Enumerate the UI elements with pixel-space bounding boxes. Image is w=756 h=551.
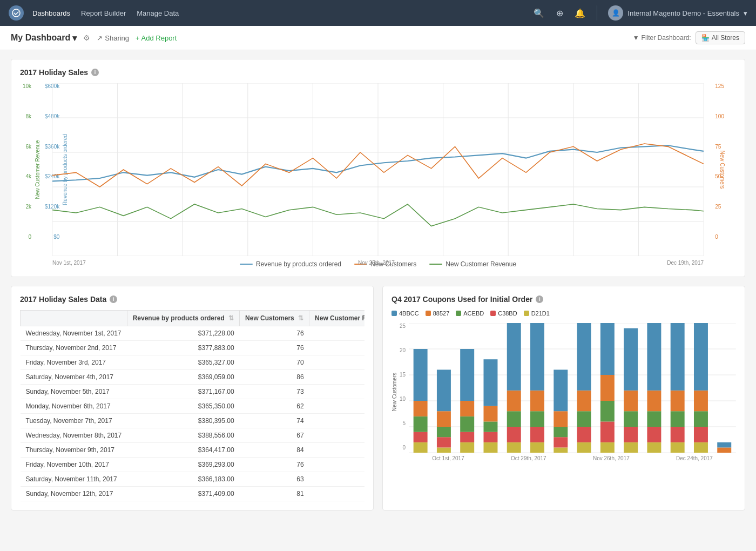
sort-icon: ⇅ xyxy=(228,314,234,322)
legend-4BBCC: 4BBCC xyxy=(392,310,419,317)
bar-segment xyxy=(600,442,615,453)
cell-revenue: $380,395.00 xyxy=(127,414,239,428)
table-row: Sunday, November 5th, 2017 $371,167.00 7… xyxy=(21,385,365,399)
bar-segment xyxy=(484,432,498,442)
nav-report-builder[interactable]: Report Builder xyxy=(81,9,126,17)
chevron-down-icon: ▾ xyxy=(744,9,747,17)
all-stores-button[interactable]: 🏪 All Stores xyxy=(696,31,745,44)
col-revenue[interactable]: Revenue by products ordered ⇅ xyxy=(127,311,239,326)
bar-segment xyxy=(647,323,662,391)
sub-nav: My Dashboard ▾ ⚙ ↗ Sharing + Add Report … xyxy=(0,26,756,50)
bar-segment xyxy=(624,442,638,453)
col-date[interactable] xyxy=(21,311,127,326)
bar-segment xyxy=(460,401,474,416)
col-new-rev[interactable]: New Customer Revenue ⇅ xyxy=(309,311,364,326)
nav-dashboards[interactable]: Dashboards xyxy=(32,9,70,17)
y-label-new-customers: New Customers xyxy=(719,150,725,189)
table-row: Thursday, November 2nd, 2017 $377,883.00… xyxy=(21,341,365,355)
bar-segment xyxy=(484,442,498,453)
bar-segment xyxy=(484,421,498,432)
cell-customers: 63 xyxy=(240,472,309,487)
table-row: Wednesday, November 1st, 2017 $371,228.0… xyxy=(21,326,365,341)
cell-customers: 76 xyxy=(240,326,309,341)
bar-segment xyxy=(414,416,428,432)
bar-segment xyxy=(624,391,638,411)
bar-segment xyxy=(671,391,685,411)
bar-segment xyxy=(577,323,591,391)
user-menu[interactable]: 👤 Internal Magento Demo - Essentials ▾ xyxy=(608,5,747,21)
legend-88527: 88527 xyxy=(426,310,450,317)
cell-date: Thursday, November 9th, 2017 xyxy=(21,443,127,458)
help-icon[interactable]: ⊕ xyxy=(554,7,565,19)
legend-dot-ACEBD xyxy=(456,311,461,316)
col-customers[interactable]: New Customers ⇅ xyxy=(240,311,309,326)
gear-icon[interactable]: ⚙ xyxy=(83,33,90,42)
user-name: Internal Magento Demo - Essentials xyxy=(627,9,739,17)
table-row: Monday, November 6th, 2017 $365,350.00 6… xyxy=(21,399,365,414)
cell-date: Tuesday, November 7th, 2017 xyxy=(21,414,127,428)
bar-chart-svg xyxy=(409,323,736,453)
bar-segment xyxy=(717,447,731,453)
bar-segment xyxy=(694,411,708,427)
bar-segment xyxy=(694,391,708,411)
filter-icon: ▼ xyxy=(633,34,639,42)
bell-icon[interactable]: 🔔 xyxy=(574,7,586,19)
line-chart-outer: 10k8k6k4k2k0 $600k$480k$360k$240k$120k$0… xyxy=(52,83,704,256)
bar-segment xyxy=(437,447,451,453)
bar-segment xyxy=(437,427,451,437)
cell-customers: 76 xyxy=(240,341,309,355)
cell-date: Wednesday, November 1st, 2017 xyxy=(21,326,127,341)
bar-chart-section: Q4 2017 Coupons Used for Initial Order i… xyxy=(382,286,745,510)
legend-D21D1: D21D1 xyxy=(524,310,550,317)
info-icon[interactable]: i xyxy=(536,295,543,303)
cell-new-rev: 5,218.9 xyxy=(309,355,364,370)
sharing-button[interactable]: ↗ Sharing xyxy=(97,34,129,42)
bar-segment xyxy=(414,401,428,416)
sub-nav-right: ▼ Filter Dashboard: 🏪 All Stores xyxy=(633,31,745,44)
cell-new-rev: 4,291.3 xyxy=(309,370,364,385)
bar-segment xyxy=(507,323,521,391)
bar-segment xyxy=(530,411,544,427)
table-header-row: Revenue by products ordered ⇅ New Custom… xyxy=(21,311,365,326)
bar-segment xyxy=(577,411,591,427)
bar-chart-area: New Customers 2520151050 xyxy=(392,323,736,461)
legend-dot-4BBCC xyxy=(392,311,397,316)
bar-x-labels: Oct 1st, 2017 Oct 29th, 2017 Nov 26th, 2… xyxy=(409,455,736,461)
bar-segment xyxy=(600,323,615,375)
info-icon[interactable]: i xyxy=(91,69,99,76)
bar-segment xyxy=(577,427,591,442)
bar-segment xyxy=(554,437,568,447)
add-report-button[interactable]: + Add Report xyxy=(136,34,177,42)
cell-new-rev: 4,585.3 xyxy=(309,487,364,501)
table-wrapper[interactable]: Revenue by products ordered ⇅ New Custom… xyxy=(20,310,364,501)
bar-segment xyxy=(414,432,428,442)
cell-revenue: $371,228.00 xyxy=(127,326,239,341)
cell-customers: 84 xyxy=(240,443,309,458)
cell-revenue: $371,409.00 xyxy=(127,487,239,501)
bar-segment xyxy=(414,349,428,401)
bar-segment xyxy=(484,359,498,406)
cell-new-rev: 5,799.3 xyxy=(309,428,364,443)
dashboard-title[interactable]: My Dashboard ▾ xyxy=(11,33,77,43)
table-row: Sunday, November 12th, 2017 $371,409.00 … xyxy=(21,487,365,501)
search-icon[interactable]: 🔍 xyxy=(533,7,545,19)
cell-date: Friday, November 3rd, 2017 xyxy=(21,355,127,370)
bar-legend: 4BBCC 88527 ACEBD C38BD D21D1 xyxy=(392,310,736,317)
table-title: 2017 Holiday Sales Data i xyxy=(20,295,364,304)
cell-customers: 70 xyxy=(240,355,309,370)
nav-manage-data[interactable]: Manage Data xyxy=(137,9,179,17)
cell-customers: 62 xyxy=(240,399,309,414)
bar-segment xyxy=(600,421,615,442)
cell-revenue: $364,417.00 xyxy=(127,443,239,458)
bar-segment xyxy=(600,401,615,421)
cell-revenue: $365,327.00 xyxy=(127,355,239,370)
bar-y-ticks: 2520151050 xyxy=(400,323,409,461)
cell-new-rev: 4,884.5 xyxy=(309,326,364,341)
table-section: 2017 Holiday Sales Data i Revenue by pro… xyxy=(11,286,374,510)
bar-y-axis-label: New Customers xyxy=(392,373,397,411)
table-row: Friday, November 3rd, 2017 $365,327.00 7… xyxy=(21,355,365,370)
cell-date: Thursday, November 2nd, 2017 xyxy=(21,341,127,355)
info-icon[interactable]: i xyxy=(110,295,117,303)
sub-nav-left: My Dashboard ▾ ⚙ ↗ Sharing + Add Report xyxy=(11,33,177,43)
cell-customers: 73 xyxy=(240,385,309,399)
